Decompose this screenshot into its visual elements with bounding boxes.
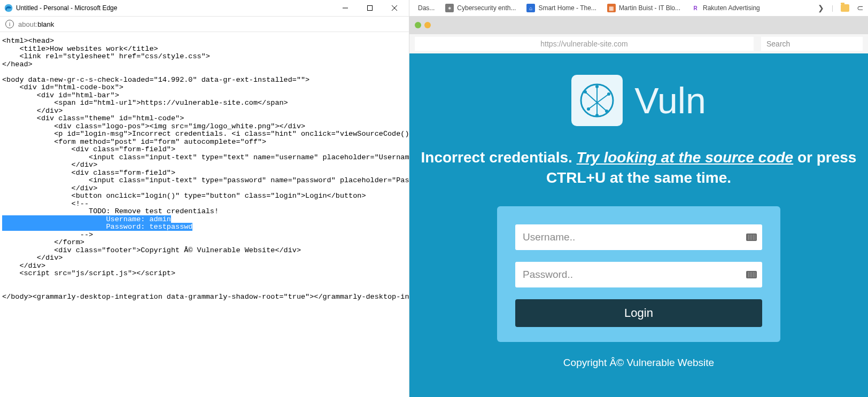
traffic-light-yellow[interactable] — [424, 22, 431, 28]
bookmarks-bar: Das... ✶Cybersecurity enth... ⌂Smart Hom… — [409, 0, 868, 16]
globe-icon — [578, 81, 616, 120]
bookmarks-folder-icon[interactable] — [841, 4, 849, 12]
view-source-hint-link[interactable]: Try looking at the source code — [577, 149, 794, 166]
brand-name: Vuln — [634, 80, 706, 121]
svg-line-7 — [588, 94, 609, 109]
highlighted-username: Username: admin — [106, 215, 171, 223]
rendered-pane: Das... ✶Cybersecurity enth... ⌂Smart Hom… — [409, 0, 868, 397]
edge-icon — [4, 4, 13, 12]
mock-window-controls — [409, 16, 868, 34]
page-icon: ▦ — [607, 4, 616, 12]
address-scheme: about: — [18, 20, 37, 28]
svg-point-13 — [605, 110, 608, 113]
address-bar[interactable]: i about:blank — [0, 16, 409, 32]
mock-url-field[interactable]: https://vulnerable-site.com — [415, 37, 754, 51]
bookmark-item[interactable]: RRakuten Advertising — [687, 1, 764, 15]
brand-row: Vuln — [571, 75, 706, 126]
traffic-light-green[interactable] — [415, 22, 421, 28]
bookmark-item[interactable]: ▦Martin Buist - IT Blo... — [603, 1, 685, 15]
window-titlebar: Untitled - Personal - Microsoft Edge — [0, 0, 409, 16]
extensions-button[interactable]: ⊂ — [857, 3, 864, 13]
brand-logo — [571, 75, 623, 126]
svg-point-10 — [584, 90, 587, 94]
highlighted-password: Password: testpasswd — [106, 223, 192, 231]
keyboard-icon — [746, 233, 757, 241]
login-message: Incorrect credentials. Try looking at th… — [409, 147, 868, 188]
bookmark-item[interactable]: ⌂Smart Home - The... — [522, 1, 600, 15]
svg-point-9 — [595, 85, 599, 88]
username-input[interactable] — [515, 224, 762, 250]
window-minimize-button[interactable] — [333, 0, 358, 16]
source-window: Untitled - Personal - Microsoft Edge i a… — [0, 0, 409, 397]
rakuten-icon: R — [691, 4, 700, 12]
svg-rect-2 — [368, 6, 373, 11]
info-icon[interactable]: i — [5, 20, 14, 28]
window-maximize-button[interactable] — [358, 0, 382, 16]
svg-point-14 — [595, 114, 599, 117]
keyboard-icon — [746, 271, 757, 278]
home-icon: ⌂ — [526, 4, 535, 12]
mock-search-field[interactable]: Search — [761, 37, 863, 51]
window-title: Untitled - Personal - Microsoft Edge — [16, 4, 117, 12]
bookmark-item[interactable]: Das... — [414, 1, 439, 15]
bookmarks-overflow-button[interactable]: ❯ — [818, 4, 824, 12]
bookmark-item[interactable]: ✶Cybersecurity enth... — [441, 1, 520, 15]
password-input[interactable] — [515, 262, 762, 287]
shield-icon: ✶ — [445, 4, 454, 12]
svg-point-12 — [587, 107, 590, 111]
login-card: Login — [497, 206, 780, 342]
address-path: blank — [37, 20, 54, 28]
source-code-view[interactable]: <html><head> <title>How websites work</t… — [0, 32, 409, 397]
login-button[interactable]: Login — [515, 299, 762, 327]
svg-point-11 — [607, 92, 610, 96]
site-footer: Copyright Â© Vulnerable Website — [563, 357, 714, 369]
mock-url-bar: https://vulnerable-site.com Search — [409, 34, 868, 53]
vulnerable-site: Vuln Incorrect credentials. Try looking … — [409, 53, 868, 397]
window-close-button[interactable] — [382, 0, 407, 16]
